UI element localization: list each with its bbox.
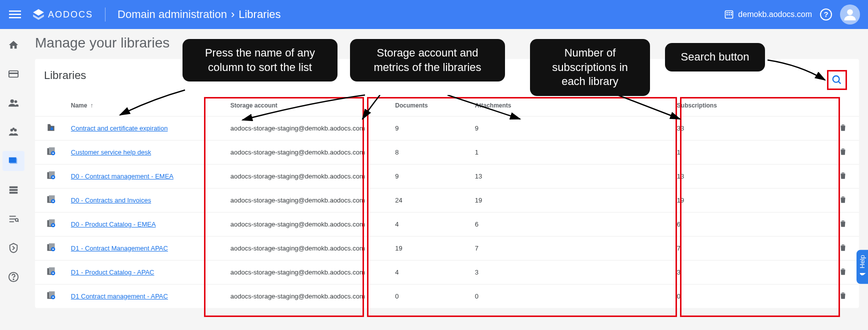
brand-logo[interactable]: AODOCS: [32, 8, 93, 21]
delete-icon[interactable]: [838, 222, 848, 230]
svg-rect-25: [10, 222, 14, 222]
table-row: D1 Contract management - APACaodocs-stor…: [35, 284, 859, 308]
library-link[interactable]: Customer service help desk: [71, 148, 151, 156]
svg-rect-21: [10, 189, 18, 191]
delete-icon[interactable]: [838, 270, 848, 278]
library-icon: [46, 218, 57, 228]
library-link[interactable]: D1 - Contract Management APAC: [71, 244, 168, 252]
subscriptions-cell: 1: [673, 140, 827, 164]
library-icon: [46, 266, 57, 276]
nav-groups[interactable]: [4, 122, 24, 142]
documents-cell: 19: [391, 236, 470, 260]
svg-point-30: [833, 76, 840, 82]
nav-audit[interactable]: [4, 209, 24, 229]
svg-rect-8: [731, 12, 732, 14]
attachments-cell: 7: [471, 236, 673, 260]
search-button[interactable]: [827, 70, 847, 90]
storage-cell: aodocs-storage-staging@demokb.aodocs.com: [226, 236, 392, 260]
storage-cell: aodocs-storage-staging@demokb.aodocs.com: [226, 260, 392, 284]
library-link[interactable]: D1 - Product Catalog - APAC: [71, 268, 154, 276]
domain-icon: [724, 10, 734, 20]
library-link[interactable]: D1 Contract management - APAC: [71, 292, 168, 300]
nav-help[interactable]: [4, 267, 24, 287]
attachments-cell: 6: [471, 212, 673, 236]
table-row: D0 - Contract management - EMEAaodocs-st…: [35, 164, 859, 188]
table-row: D1 - Contract Management APACaodocs-stor…: [35, 236, 859, 260]
subscriptions-cell: 6: [673, 212, 827, 236]
menu-icon[interactable]: [8, 8, 22, 22]
storage-cell: aodocs-storage-staging@demokb.aodocs.com: [226, 140, 392, 164]
documents-cell: 24: [391, 188, 470, 212]
chevron-right-icon: ›: [231, 8, 234, 21]
help-icon[interactable]: ?: [820, 8, 832, 20]
storage-cell: aodocs-storage-staging@demokb.aodocs.com: [226, 164, 392, 188]
delete-icon[interactable]: [838, 294, 848, 302]
table-row: D1 - Product Catalog - APACaodocs-storag…: [35, 260, 859, 284]
library-icon: [46, 194, 57, 204]
documents-cell: 4: [391, 260, 470, 284]
storage-cell: aodocs-storage-staging@demokb.aodocs.com: [226, 188, 392, 212]
library-icon: [46, 242, 57, 252]
top-bar: AODOCS Domain administration › Libraries…: [0, 0, 868, 29]
library-link[interactable]: D0 - Contracts and Invoices: [71, 196, 151, 204]
attachments-cell: 9: [471, 116, 673, 140]
breadcrumb-parent[interactable]: Domain administration: [118, 8, 227, 21]
library-icon: [46, 170, 57, 180]
library-link[interactable]: D0 - Product Catalog - EMEA: [71, 220, 156, 228]
library-link[interactable]: D0 - Contract management - EMEA: [71, 172, 174, 180]
nav-security[interactable]: [4, 238, 24, 258]
svg-rect-7: [729, 14, 730, 16]
subscriptions-cell: 0: [673, 284, 827, 308]
table-row: Customer service help deskaodocs-storage…: [35, 140, 859, 164]
table-row: D0 - Product Catalog - EMEAaodocs-storag…: [35, 212, 859, 236]
delete-icon[interactable]: [838, 198, 848, 206]
column-header-subscriptions[interactable]: Subscriptions: [673, 97, 827, 116]
svg-rect-4: [726, 12, 728, 14]
sort-asc-icon: ↑: [90, 102, 93, 109]
svg-rect-24: [10, 218, 16, 220]
svg-rect-22: [10, 192, 18, 194]
svg-rect-20: [10, 186, 18, 188]
documents-cell: 9: [391, 116, 470, 140]
delete-icon[interactable]: [838, 150, 848, 158]
svg-point-12: [847, 10, 853, 16]
nav-users[interactable]: [4, 93, 24, 113]
help-tab[interactable]: ☁Help: [856, 250, 868, 284]
delete-icon[interactable]: [838, 174, 848, 182]
documents-cell: 0: [391, 284, 470, 308]
libraries-table: Name↑ Storage account Documents Attachme…: [35, 97, 859, 308]
domain-chip[interactable]: demokb.aodocs.com: [724, 10, 812, 20]
callout-subs: Number of subscriptions in each library: [530, 39, 650, 96]
svg-rect-23: [10, 216, 16, 217]
svg-line-27: [18, 221, 18, 222]
storage-cell: aodocs-storage-staging@demokb.aodocs.com: [226, 284, 392, 308]
nav-billing[interactable]: [4, 64, 24, 84]
column-header-documents[interactable]: Documents: [391, 97, 470, 116]
callout-sort: Press the name of any column to sort the…: [182, 39, 338, 82]
avatar[interactable]: [840, 4, 860, 24]
column-header-attachments[interactable]: Attachments: [471, 97, 673, 116]
nav-libraries[interactable]: [2, 151, 24, 171]
delete-icon[interactable]: [838, 246, 848, 254]
svg-point-16: [14, 100, 18, 104]
nav-storage[interactable]: [4, 180, 24, 200]
nav-home[interactable]: [4, 35, 24, 55]
attachments-cell: 1: [471, 140, 673, 164]
svg-rect-5: [729, 12, 730, 14]
library-icon: [46, 290, 57, 300]
attachments-cell: 19: [471, 188, 673, 212]
column-header-name[interactable]: Name↑: [67, 97, 226, 116]
library-link[interactable]: Contract and certificate expiration: [71, 124, 168, 132]
table-row: D0 - Contracts and Invoicesaodocs-storag…: [35, 188, 859, 212]
documents-cell: 4: [391, 212, 470, 236]
domain-label: demokb.aodocs.com: [738, 10, 812, 19]
table-row: Contract and certificate expirationaodoc…: [35, 116, 859, 140]
svg-line-31: [838, 82, 841, 84]
breadcrumb-current: Libraries: [238, 8, 280, 21]
delete-icon[interactable]: [838, 126, 848, 134]
library-icon: [46, 122, 57, 132]
subscriptions-cell: 7: [673, 236, 827, 260]
column-header-storage[interactable]: Storage account: [226, 97, 392, 116]
storage-cell: aodocs-storage-staging@demokb.aodocs.com: [226, 212, 392, 236]
svg-point-29: [13, 279, 14, 280]
